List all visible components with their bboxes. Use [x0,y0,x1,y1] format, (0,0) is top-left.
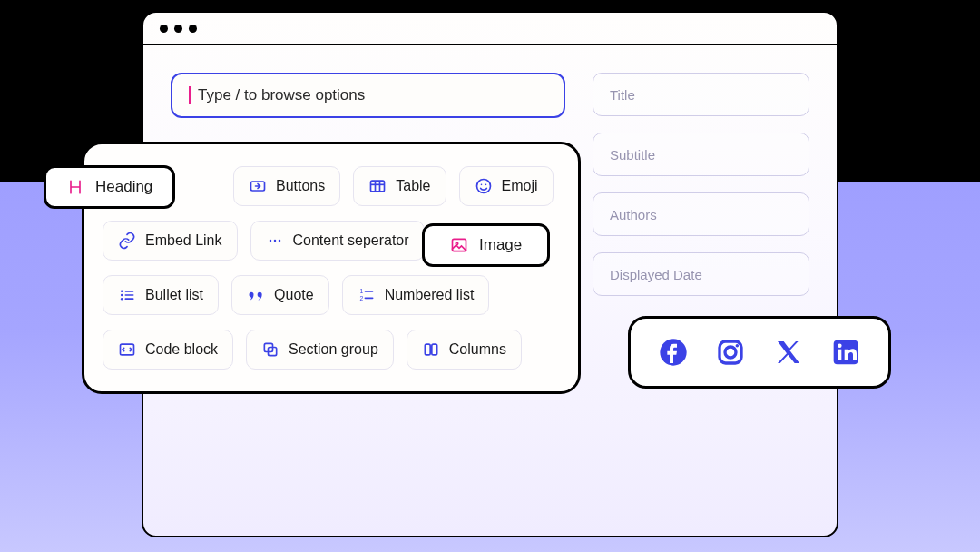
buttons-option[interactable]: Buttons [233,166,340,206]
authors-field-label: Authors [610,207,657,222]
text-cursor [189,86,191,104]
x-twitter-button[interactable] [774,338,803,367]
linkedin-button[interactable] [831,338,860,367]
code-block-option[interactable]: Code block [103,330,233,370]
emoji-option[interactable]: Emoji [459,166,554,206]
buttons-icon [249,177,267,195]
columns-option[interactable]: Columns [407,330,522,370]
code-icon [118,340,136,359]
embed-link-option-label: Embed Link [145,232,222,249]
svg-point-6 [480,184,482,186]
browser-titlebar [143,13,837,45]
columns-icon [422,340,440,359]
section-group-icon [261,340,279,359]
svg-point-31 [736,344,739,347]
social-share-panel [628,316,891,389]
svg-point-7 [485,184,486,186]
columns-option-label: Columns [449,341,506,358]
numbered-list-icon: 12 [358,286,376,304]
subtitle-field-label: Subtitle [610,147,655,163]
link-icon [118,232,136,250]
svg-point-11 [121,291,123,293]
svg-point-10 [278,240,280,242]
section-group-option-label: Section group [289,341,378,358]
subtitle-field[interactable]: Subtitle [593,133,809,176]
authors-field[interactable]: Authors [593,192,809,236]
options-row: Bullet list Quote 12 Numbered list [103,275,560,315]
table-option-label: Table [396,178,430,194]
svg-point-12 [121,294,123,297]
content-separator-option[interactable]: Content seperator [250,221,425,261]
image-option-label: Image [479,236,522,254]
heading-option-highlighted[interactable]: Heading [44,165,175,209]
code-block-option-label: Code block [145,341,218,358]
numbered-list-option[interactable]: 12 Numbered list [342,275,490,315]
buttons-option-label: Buttons [276,178,325,194]
quote-option[interactable]: Quote [231,275,329,315]
quote-option-label: Quote [274,287,314,303]
quote-icon [247,286,265,304]
image-icon [450,236,468,254]
displayed-date-field-label: Displayed Date [610,267,702,282]
svg-point-9 [273,240,276,242]
svg-rect-33 [838,350,841,360]
numbered-list-option-label: Numbered list [385,287,475,303]
command-input[interactable]: Type / to browse options [171,73,565,118]
bullet-list-option[interactable]: Bullet list [103,275,219,315]
svg-rect-1 [371,181,385,192]
command-input-placeholder: Type / to browse options [198,86,365,104]
window-dot [189,25,197,33]
table-icon [368,177,387,195]
window-dot [160,25,168,33]
svg-point-30 [725,347,736,358]
svg-text:1: 1 [359,288,363,294]
options-row: Code block Section group Columns [103,330,560,370]
image-option-highlighted[interactable]: Image [422,223,550,267]
svg-rect-24 [425,344,430,355]
title-field[interactable]: Title [593,73,809,116]
svg-point-5 [476,180,490,193]
svg-point-34 [838,343,842,348]
emoji-option-label: Emoji [502,178,538,194]
bullet-list-option-label: Bullet list [145,287,203,303]
displayed-date-field[interactable]: Displayed Date [593,252,809,296]
separator-icon [266,232,284,250]
embed-link-option[interactable]: Embed Link [103,221,238,261]
emoji-icon [475,177,493,195]
content-separator-option-label: Content seperator [293,232,409,249]
svg-point-13 [121,298,123,301]
facebook-button[interactable] [659,338,688,367]
heading-option-label: Heading [95,178,152,196]
svg-text:2: 2 [359,295,363,301]
meta-column: Title Subtitle Authors Displayed Date [593,73,809,296]
instagram-button[interactable] [716,338,745,367]
table-option[interactable]: Table [353,166,446,206]
bullet-list-icon [118,286,136,304]
svg-point-8 [269,240,271,242]
title-field-label: Title [610,87,635,103]
section-group-option[interactable]: Section group [246,330,394,370]
svg-rect-25 [432,344,437,355]
heading-icon [66,178,84,196]
window-dot [174,25,182,33]
